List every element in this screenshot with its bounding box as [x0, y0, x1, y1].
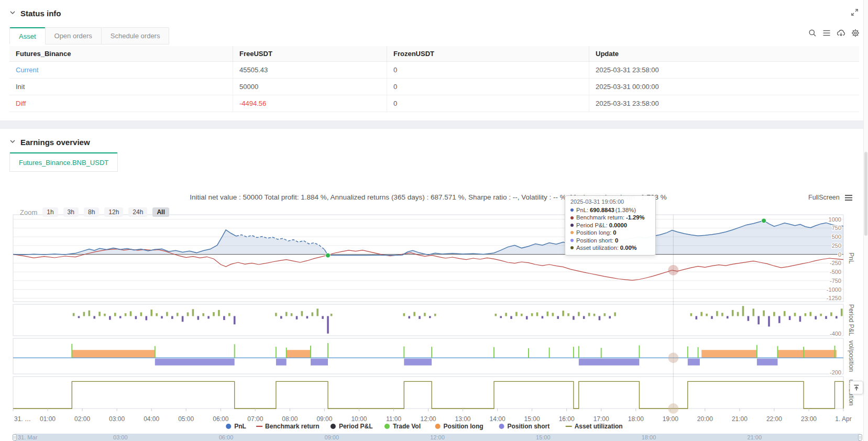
y-tick-label: 750 — [832, 225, 841, 231]
scrollbar-thumb[interactable] — [864, 152, 867, 236]
x-axis-label: 18:00 — [628, 415, 644, 423]
tooltip-row-benchmark: Benchmark return:-1.29% — [570, 214, 650, 221]
x-axis-label: 04:00 — [144, 415, 159, 423]
x-axis: 31. …01:0002:0003:0004:0005:0006:0007:00… — [13, 409, 852, 423]
position-short-bar — [757, 359, 778, 366]
col-header: Update — [589, 46, 859, 62]
svg-text:Benchmark return: Benchmark return — [265, 423, 319, 430]
axis-name-vol-position: vol/position — [848, 340, 855, 372]
hover-highlight-position — [668, 352, 678, 363]
x-axis-label: 12:00 — [420, 415, 436, 423]
density-menu-icon[interactable] — [822, 29, 831, 37]
x-axis-label: 10:00 — [351, 415, 367, 423]
axis-name-period-p-l: Period P&L — [848, 304, 855, 336]
tab-open-orders[interactable]: Open orders — [45, 27, 102, 45]
zoom-24h-button[interactable]: 24h — [128, 207, 147, 217]
trade-marker — [326, 253, 331, 258]
x-axis-label: 06:00 — [213, 415, 228, 423]
hover-highlight-utilization — [668, 403, 678, 414]
x-axis-label: 08:00 — [282, 415, 298, 423]
col-header: FreeUSDT — [233, 46, 387, 62]
page-scrollbar[interactable] — [863, 0, 868, 441]
menu-icon[interactable] — [844, 194, 853, 201]
x-axis-label: 11:00 — [386, 415, 401, 423]
legend-item-trade-vol[interactable]: Trade Vol — [384, 423, 421, 430]
x-axis-label: 20:00 — [697, 415, 713, 423]
table-toolbar — [808, 29, 860, 37]
vol-position-series — [13, 343, 843, 366]
x-axis-label: 02:00 — [74, 415, 90, 423]
fullscreen-toggle-icon[interactable] — [851, 8, 859, 18]
row-label-diff: Diff — [9, 95, 233, 112]
earnings-chart[interactable]: PnLPeriod P&Lvol/positionutilization1000… — [0, 210, 868, 441]
datazoom-slider[interactable]: 31. Mar03:0006:0009:0012:0015:0018:0021:… — [13, 434, 862, 441]
table-header-row: Futures_Binance FreeUSDT FrozenUSDT Upda… — [9, 46, 859, 62]
position-short-dot-icon — [570, 239, 574, 242]
datazoom-label: 09:00 — [325, 434, 339, 440]
zoom-3h-button[interactable]: 3h — [63, 207, 79, 217]
datazoom-handle-right[interactable] — [859, 435, 862, 440]
position-short-bar — [311, 359, 328, 366]
svg-text:Asset utilization: Asset utilization — [575, 423, 623, 430]
chevron-down-icon[interactable] — [9, 8, 16, 18]
y-tick-label: 250 — [832, 242, 841, 249]
legend-item-period-p-l[interactable]: Period P&L — [331, 423, 373, 430]
svg-text:Position long: Position long — [444, 423, 484, 430]
datazoom-handle-left[interactable] — [13, 435, 17, 440]
svg-text:Position short: Position short — [508, 423, 550, 430]
position-long-bar — [701, 350, 757, 358]
position-short-bar — [688, 359, 700, 366]
x-axis-label: 13:00 — [455, 415, 470, 423]
row-label-current[interactable]: Current — [9, 62, 233, 79]
y-tick-label: -750 — [830, 278, 841, 284]
tooltip-row-pnl: PnL:690.8843(1.38%) — [570, 206, 650, 214]
trade-marker — [762, 218, 766, 223]
zoom-controls: Zoom 1h 3h 8h 12h 24h All — [20, 207, 169, 217]
legend-item-pnl[interactable]: PnL — [226, 423, 246, 430]
chart-panel-2: Period P&L — [13, 304, 855, 336]
back-to-top-button[interactable] — [850, 381, 863, 394]
datazoom-label: 21:00 — [748, 434, 762, 440]
gear-icon[interactable] — [851, 29, 860, 37]
fullscreen-button[interactable]: FullScreen — [808, 194, 853, 201]
earnings-overview-card: Earnings overview Futures_Binance.BNB_US… — [0, 129, 868, 441]
x-axis-label: 14:00 — [490, 415, 506, 423]
status-info-header[interactable]: Status info — [9, 8, 61, 18]
tab-schedule-orders[interactable]: Schedule orders — [101, 27, 170, 45]
chart-tooltip: 2025-03-31 19:05:00 PnL:690.8843(1.38%) … — [565, 195, 656, 256]
earnings-header[interactable]: Earnings overview — [9, 137, 90, 147]
cloud-download-icon[interactable] — [837, 29, 845, 37]
axis-name-pnl: PnL — [848, 252, 855, 264]
legend-item-benchmark-return[interactable]: Benchmark return — [256, 423, 319, 430]
y-tick-label: -200 — [830, 369, 841, 376]
legend-item-asset-utilization[interactable]: Asset utilization — [566, 423, 623, 430]
status-tabs: Asset Open orders Schedule orders — [9, 27, 169, 45]
y-tick-label: 500 — [832, 234, 841, 240]
x-axis-label: 19:00 — [663, 415, 678, 423]
position-short-bar — [155, 359, 235, 366]
legend-item-position-long[interactable]: Position long — [435, 423, 484, 430]
period-pnl-series — [73, 306, 843, 334]
asset-table: Futures_Binance FreeUSDT FrozenUSDT Upda… — [9, 46, 859, 112]
legend-item-position-short[interactable]: Position short — [499, 423, 550, 430]
col-header: FrozenUSDT — [387, 46, 589, 62]
position-long-bar — [778, 350, 837, 358]
x-axis-label: 17:00 — [594, 415, 609, 423]
datazoom-label: 06:00 — [219, 434, 234, 440]
x-axis-label: 01:00 — [40, 415, 56, 423]
tab-futures-binance-bnb-usdt[interactable]: Futures_Binance.BNB_USDT — [9, 152, 118, 172]
tooltip-row-position-short: Position short:0 — [570, 237, 650, 244]
zoom-8h-button[interactable]: 8h — [84, 207, 99, 217]
tab-asset[interactable]: Asset — [9, 27, 46, 45]
zoom-1h-button[interactable]: 1h — [42, 207, 58, 217]
row-label-init: Init — [9, 79, 233, 95]
chevron-down-icon[interactable] — [9, 137, 16, 147]
chart-legend: PnLBenchmark returnPeriod P&LTrade VolPo… — [226, 423, 623, 430]
search-icon[interactable] — [808, 29, 817, 37]
svg-text:PnL: PnL — [234, 423, 246, 430]
x-axis-label: 03:00 — [109, 415, 125, 423]
zoom-12h-button[interactable]: 12h — [104, 207, 123, 217]
zoom-all-button[interactable]: All — [152, 207, 169, 217]
datazoom-label: 18:00 — [642, 434, 656, 440]
period-pnl-dot-icon — [570, 224, 574, 227]
